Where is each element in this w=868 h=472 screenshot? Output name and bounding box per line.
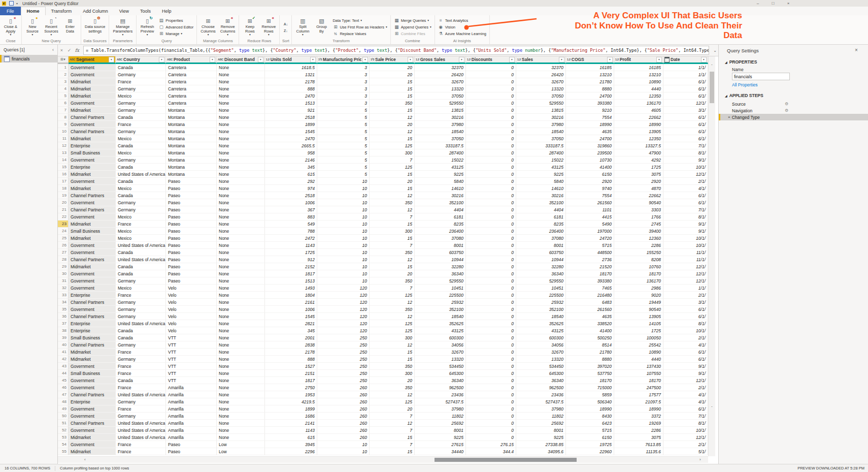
cell[interactable]: 367	[265, 206, 317, 213]
cell[interactable]: France	[116, 221, 166, 228]
cell[interactable]: 36340	[516, 270, 566, 277]
cell[interactable]: None	[217, 420, 265, 427]
cell[interactable]: Carretera	[166, 78, 217, 85]
cell[interactable]: 10/1/	[663, 235, 708, 242]
cell[interactable]: Channel Partners	[69, 256, 116, 263]
cell[interactable]: 34056	[415, 341, 466, 349]
cell[interactable]: Amarilla	[166, 384, 217, 391]
cell[interactable]: Government	[69, 100, 116, 107]
cell[interactable]: Government	[69, 178, 116, 185]
row-number[interactable]: 4	[58, 85, 69, 92]
cell[interactable]: Government	[69, 427, 116, 434]
type-text-icon[interactable]: ABC	[70, 58, 75, 61]
cell[interactable]: Mexico	[116, 92, 166, 100]
cell[interactable]: 9225	[516, 434, 566, 441]
cell[interactable]: 10	[317, 256, 370, 263]
cell[interactable]: 15	[370, 356, 415, 363]
cell[interactable]: 1545	[265, 128, 317, 135]
cell[interactable]: Government	[69, 242, 116, 249]
cell[interactable]: 10	[317, 228, 370, 235]
cell[interactable]: None	[217, 349, 265, 356]
cell[interactable]: Canada	[116, 263, 166, 270]
remove-columns-button[interactable]: ⊞×RemoveColumns▾	[219, 16, 237, 38]
cell[interactable]: 43125	[415, 164, 466, 171]
column-header-segment[interactable]: ABCSegment▾	[69, 56, 116, 64]
row-number[interactable]: 52	[58, 427, 69, 434]
row-number[interactable]: 10	[58, 128, 69, 135]
cell[interactable]: 5715	[566, 427, 614, 434]
cell[interactable]: Paseo	[166, 256, 217, 263]
cell[interactable]: 136170	[614, 277, 663, 285]
cell[interactable]: 0	[466, 292, 516, 299]
cell[interactable]: 250	[317, 363, 370, 370]
cell[interactable]: Germany	[116, 199, 166, 206]
cell[interactable]: 1725	[614, 327, 663, 334]
cell[interactable]: France	[116, 448, 166, 455]
cell[interactable]: 2/1/	[663, 441, 708, 448]
refresh-preview-button[interactable]: ▯↻RefreshPreview▾	[139, 16, 156, 38]
cell[interactable]: 3	[317, 71, 370, 78]
cell[interactable]: 13320	[415, 356, 466, 363]
cell[interactable]: 0	[466, 263, 516, 270]
cell[interactable]: 300	[370, 334, 415, 341]
cell[interactable]: 41400	[566, 164, 614, 171]
cell[interactable]: 43125	[516, 327, 566, 334]
cell[interactable]: 7	[370, 285, 415, 292]
cell[interactable]: 2986	[614, 285, 663, 292]
cell[interactable]: 506340	[566, 398, 614, 405]
cell[interactable]: 345	[265, 327, 317, 334]
cell[interactable]: None	[217, 313, 265, 320]
cell[interactable]: 0	[466, 171, 516, 178]
cell[interactable]: Germany	[116, 341, 166, 349]
commit-formula-icon[interactable]: ✓	[65, 48, 73, 53]
cell[interactable]: Government	[69, 306, 116, 313]
cell[interactable]: 0	[466, 114, 516, 121]
cell[interactable]: 3372	[614, 413, 663, 420]
cell[interactable]: 6181	[415, 213, 466, 221]
row-number[interactable]: 55	[58, 448, 69, 455]
cell[interactable]: 0	[466, 78, 516, 85]
cell[interactable]: 15	[370, 78, 415, 85]
cell[interactable]: 13327.5	[614, 142, 663, 149]
cell[interactable]: 0	[466, 391, 516, 398]
cell[interactable]: 155250	[614, 249, 663, 256]
cell[interactable]: Midmarket	[69, 135, 116, 142]
cell[interactable]: Government	[69, 277, 116, 285]
cell[interactable]: None	[217, 85, 265, 92]
cell[interactable]: 615	[265, 171, 317, 178]
cell[interactable]: 292	[265, 178, 317, 185]
cell[interactable]: 20	[370, 178, 415, 185]
cell[interactable]: 10	[317, 192, 370, 199]
cell[interactable]: 350	[370, 249, 415, 256]
cell[interactable]: 5840	[415, 178, 466, 185]
cell[interactable]: 18990	[566, 121, 614, 128]
cell[interactable]: None	[217, 384, 265, 391]
cell[interactable]: 600300	[516, 334, 566, 341]
cell[interactable]: 12/1/	[663, 434, 708, 441]
cell[interactable]: 962500	[415, 384, 466, 391]
filter-dropdown-icon[interactable]: ▾	[701, 57, 707, 62]
cell[interactable]: 260	[317, 434, 370, 441]
cell[interactable]: 10/1/	[663, 242, 708, 249]
cell[interactable]: 10	[317, 213, 370, 221]
cell[interactable]: 1527	[265, 363, 317, 370]
column-header-units-sold[interactable]: 1.2Units Sold▾	[265, 56, 317, 64]
cell[interactable]: Montana	[166, 156, 217, 164]
cell[interactable]: 32670	[516, 78, 566, 85]
cell[interactable]: 529550	[516, 100, 566, 107]
cell[interactable]: VTT	[166, 370, 217, 377]
cell[interactable]: VTT	[166, 334, 217, 341]
cell[interactable]: 1686	[265, 413, 317, 420]
cell[interactable]: 10/1/	[663, 327, 708, 334]
cell[interactable]: United States of America	[116, 391, 166, 398]
cell[interactable]: 37980	[516, 405, 566, 413]
cell[interactable]: 8001	[516, 242, 566, 249]
cell[interactable]: 125	[370, 320, 415, 327]
scroll-right-icon[interactable]: ›	[699, 457, 701, 462]
cell[interactable]: 34440	[415, 448, 466, 455]
cell[interactable]: 600300	[415, 334, 466, 341]
cell[interactable]: None	[217, 128, 265, 135]
cell[interactable]: 32280	[516, 263, 566, 270]
cell[interactable]: Small Business	[69, 334, 116, 341]
cell[interactable]: 352625	[415, 320, 466, 327]
